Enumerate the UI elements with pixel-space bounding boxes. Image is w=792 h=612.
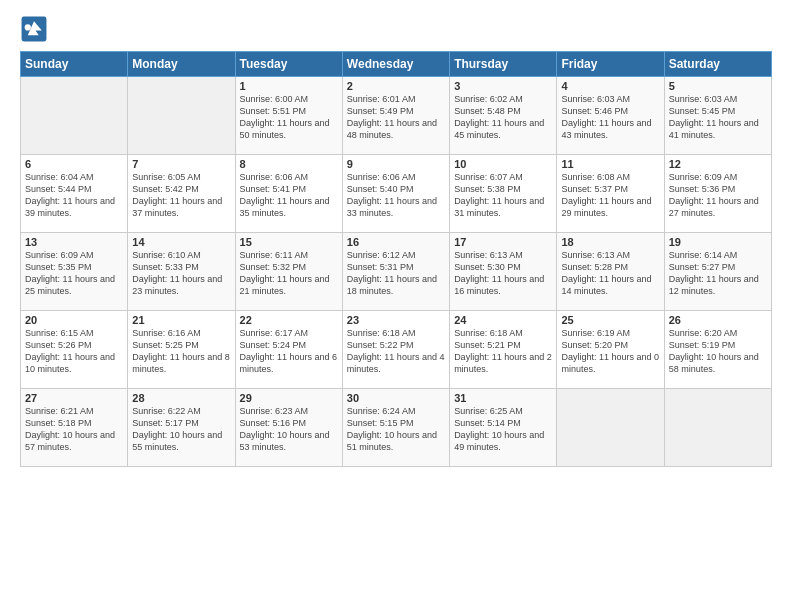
day-info: Sunrise: 6:13 AM Sunset: 5:28 PM Dayligh… <box>561 249 659 298</box>
day-number: 31 <box>454 392 552 404</box>
day-number: 26 <box>669 314 767 326</box>
day-info: Sunrise: 6:04 AM Sunset: 5:44 PM Dayligh… <box>25 171 123 220</box>
day-info: Sunrise: 6:06 AM Sunset: 5:40 PM Dayligh… <box>347 171 445 220</box>
day-number: 21 <box>132 314 230 326</box>
calendar-cell: 29Sunrise: 6:23 AM Sunset: 5:16 PM Dayli… <box>235 389 342 467</box>
day-number: 12 <box>669 158 767 170</box>
calendar-cell: 5Sunrise: 6:03 AM Sunset: 5:45 PM Daylig… <box>664 77 771 155</box>
day-info: Sunrise: 6:18 AM Sunset: 5:22 PM Dayligh… <box>347 327 445 376</box>
day-number: 10 <box>454 158 552 170</box>
calendar-cell: 31Sunrise: 6:25 AM Sunset: 5:14 PM Dayli… <box>450 389 557 467</box>
calendar-cell: 12Sunrise: 6:09 AM Sunset: 5:36 PM Dayli… <box>664 155 771 233</box>
day-number: 11 <box>561 158 659 170</box>
day-number: 18 <box>561 236 659 248</box>
calendar-cell: 13Sunrise: 6:09 AM Sunset: 5:35 PM Dayli… <box>21 233 128 311</box>
week-row-2: 6Sunrise: 6:04 AM Sunset: 5:44 PM Daylig… <box>21 155 772 233</box>
logo-icon <box>20 15 48 43</box>
day-number: 1 <box>240 80 338 92</box>
day-number: 13 <box>25 236 123 248</box>
logo <box>20 15 52 43</box>
calendar-cell: 25Sunrise: 6:19 AM Sunset: 5:20 PM Dayli… <box>557 311 664 389</box>
calendar-cell: 3Sunrise: 6:02 AM Sunset: 5:48 PM Daylig… <box>450 77 557 155</box>
day-info: Sunrise: 6:15 AM Sunset: 5:26 PM Dayligh… <box>25 327 123 376</box>
day-number: 15 <box>240 236 338 248</box>
calendar-cell: 23Sunrise: 6:18 AM Sunset: 5:22 PM Dayli… <box>342 311 449 389</box>
day-info: Sunrise: 6:03 AM Sunset: 5:46 PM Dayligh… <box>561 93 659 142</box>
calendar-cell: 30Sunrise: 6:24 AM Sunset: 5:15 PM Dayli… <box>342 389 449 467</box>
day-info: Sunrise: 6:17 AM Sunset: 5:24 PM Dayligh… <box>240 327 338 376</box>
day-info: Sunrise: 6:18 AM Sunset: 5:21 PM Dayligh… <box>454 327 552 376</box>
day-number: 4 <box>561 80 659 92</box>
calendar-cell: 24Sunrise: 6:18 AM Sunset: 5:21 PM Dayli… <box>450 311 557 389</box>
day-info: Sunrise: 6:10 AM Sunset: 5:33 PM Dayligh… <box>132 249 230 298</box>
day-info: Sunrise: 6:14 AM Sunset: 5:27 PM Dayligh… <box>669 249 767 298</box>
calendar-cell: 10Sunrise: 6:07 AM Sunset: 5:38 PM Dayli… <box>450 155 557 233</box>
day-number: 2 <box>347 80 445 92</box>
day-number: 7 <box>132 158 230 170</box>
calendar-cell: 1Sunrise: 6:00 AM Sunset: 5:51 PM Daylig… <box>235 77 342 155</box>
day-info: Sunrise: 6:24 AM Sunset: 5:15 PM Dayligh… <box>347 405 445 454</box>
day-number: 20 <box>25 314 123 326</box>
day-info: Sunrise: 6:08 AM Sunset: 5:37 PM Dayligh… <box>561 171 659 220</box>
day-info: Sunrise: 6:07 AM Sunset: 5:38 PM Dayligh… <box>454 171 552 220</box>
weekday-header-saturday: Saturday <box>664 52 771 77</box>
calendar-cell: 14Sunrise: 6:10 AM Sunset: 5:33 PM Dayli… <box>128 233 235 311</box>
day-number: 16 <box>347 236 445 248</box>
day-info: Sunrise: 6:23 AM Sunset: 5:16 PM Dayligh… <box>240 405 338 454</box>
weekday-header-wednesday: Wednesday <box>342 52 449 77</box>
day-info: Sunrise: 6:22 AM Sunset: 5:17 PM Dayligh… <box>132 405 230 454</box>
weekday-header-thursday: Thursday <box>450 52 557 77</box>
day-number: 30 <box>347 392 445 404</box>
calendar-cell <box>557 389 664 467</box>
day-info: Sunrise: 6:06 AM Sunset: 5:41 PM Dayligh… <box>240 171 338 220</box>
calendar-cell: 28Sunrise: 6:22 AM Sunset: 5:17 PM Dayli… <box>128 389 235 467</box>
calendar-cell: 20Sunrise: 6:15 AM Sunset: 5:26 PM Dayli… <box>21 311 128 389</box>
calendar-container: SundayMondayTuesdayWednesdayThursdayFrid… <box>0 0 792 477</box>
calendar-cell: 6Sunrise: 6:04 AM Sunset: 5:44 PM Daylig… <box>21 155 128 233</box>
calendar-cell: 8Sunrise: 6:06 AM Sunset: 5:41 PM Daylig… <box>235 155 342 233</box>
week-row-4: 20Sunrise: 6:15 AM Sunset: 5:26 PM Dayli… <box>21 311 772 389</box>
day-number: 29 <box>240 392 338 404</box>
day-number: 14 <box>132 236 230 248</box>
calendar-table: SundayMondayTuesdayWednesdayThursdayFrid… <box>20 51 772 467</box>
day-info: Sunrise: 6:09 AM Sunset: 5:35 PM Dayligh… <box>25 249 123 298</box>
svg-point-2 <box>25 24 31 30</box>
day-number: 8 <box>240 158 338 170</box>
calendar-cell: 4Sunrise: 6:03 AM Sunset: 5:46 PM Daylig… <box>557 77 664 155</box>
day-number: 6 <box>25 158 123 170</box>
calendar-cell: 11Sunrise: 6:08 AM Sunset: 5:37 PM Dayli… <box>557 155 664 233</box>
day-number: 23 <box>347 314 445 326</box>
calendar-cell: 15Sunrise: 6:11 AM Sunset: 5:32 PM Dayli… <box>235 233 342 311</box>
calendar-cell: 19Sunrise: 6:14 AM Sunset: 5:27 PM Dayli… <box>664 233 771 311</box>
day-number: 17 <box>454 236 552 248</box>
day-info: Sunrise: 6:09 AM Sunset: 5:36 PM Dayligh… <box>669 171 767 220</box>
calendar-cell <box>21 77 128 155</box>
calendar-cell: 16Sunrise: 6:12 AM Sunset: 5:31 PM Dayli… <box>342 233 449 311</box>
weekday-header-monday: Monday <box>128 52 235 77</box>
day-number: 24 <box>454 314 552 326</box>
week-row-1: 1Sunrise: 6:00 AM Sunset: 5:51 PM Daylig… <box>21 77 772 155</box>
calendar-cell <box>128 77 235 155</box>
day-info: Sunrise: 6:12 AM Sunset: 5:31 PM Dayligh… <box>347 249 445 298</box>
calendar-cell: 27Sunrise: 6:21 AM Sunset: 5:18 PM Dayli… <box>21 389 128 467</box>
day-number: 27 <box>25 392 123 404</box>
day-number: 5 <box>669 80 767 92</box>
header <box>20 15 772 43</box>
day-info: Sunrise: 6:13 AM Sunset: 5:30 PM Dayligh… <box>454 249 552 298</box>
day-info: Sunrise: 6:03 AM Sunset: 5:45 PM Dayligh… <box>669 93 767 142</box>
calendar-cell: 7Sunrise: 6:05 AM Sunset: 5:42 PM Daylig… <box>128 155 235 233</box>
day-number: 25 <box>561 314 659 326</box>
day-info: Sunrise: 6:21 AM Sunset: 5:18 PM Dayligh… <box>25 405 123 454</box>
day-number: 9 <box>347 158 445 170</box>
day-info: Sunrise: 6:25 AM Sunset: 5:14 PM Dayligh… <box>454 405 552 454</box>
day-number: 22 <box>240 314 338 326</box>
weekday-header-sunday: Sunday <box>21 52 128 77</box>
day-number: 28 <box>132 392 230 404</box>
weekday-header-row: SundayMondayTuesdayWednesdayThursdayFrid… <box>21 52 772 77</box>
day-info: Sunrise: 6:02 AM Sunset: 5:48 PM Dayligh… <box>454 93 552 142</box>
calendar-cell <box>664 389 771 467</box>
day-info: Sunrise: 6:01 AM Sunset: 5:49 PM Dayligh… <box>347 93 445 142</box>
day-info: Sunrise: 6:05 AM Sunset: 5:42 PM Dayligh… <box>132 171 230 220</box>
calendar-cell: 9Sunrise: 6:06 AM Sunset: 5:40 PM Daylig… <box>342 155 449 233</box>
day-info: Sunrise: 6:16 AM Sunset: 5:25 PM Dayligh… <box>132 327 230 376</box>
